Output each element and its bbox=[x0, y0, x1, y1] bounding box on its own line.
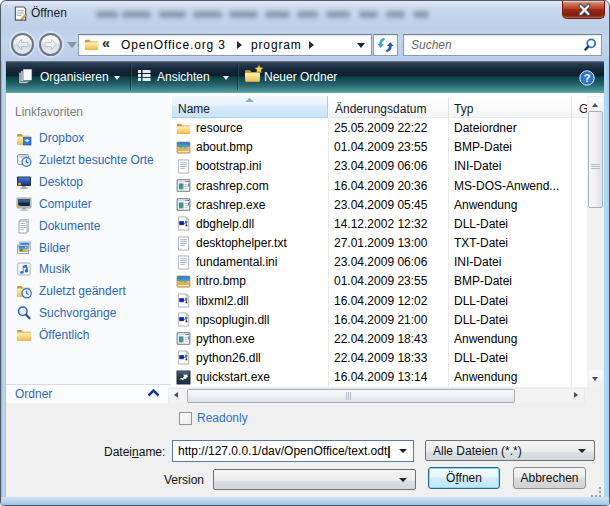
svg-text:?: ? bbox=[584, 72, 591, 84]
